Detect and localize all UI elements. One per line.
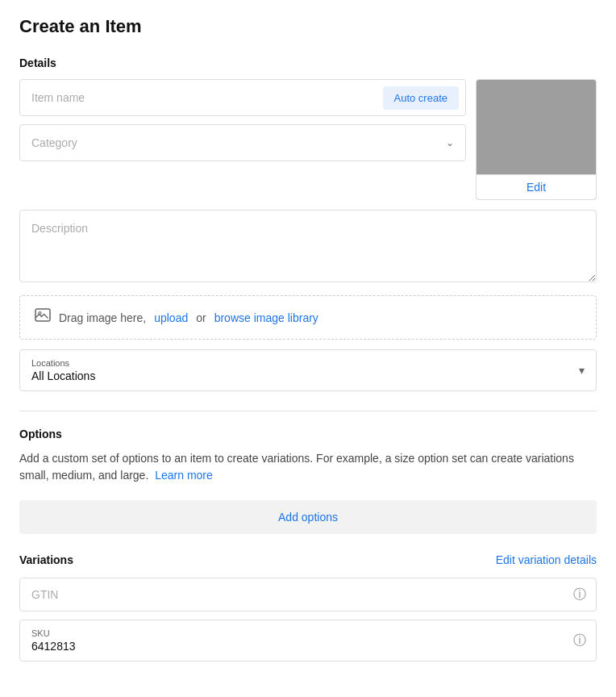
chevron-down-icon: ⌄ [446,137,454,148]
variations-header: Variations Edit variation details [19,553,597,566]
locations-content: Locations All Locations [31,358,95,382]
locations-dropdown[interactable]: Locations All Locations ▾ [19,349,597,391]
upload-link[interactable]: upload [154,311,188,324]
sku-value: 6412813 [31,640,562,653]
learn-more-link[interactable]: Learn more [155,469,213,482]
drag-image-text: Drag image here, [59,311,146,324]
options-section: Options Add a custom set of options to a… [19,428,597,484]
gtin-input[interactable] [20,578,573,611]
details-left: Auto create Category ⌄ [19,79,466,200]
page-title: Create an Item [19,16,597,37]
drag-image-or: or [196,311,206,324]
edit-variation-link[interactable]: Edit variation details [496,553,597,566]
gtin-field-wrapper: ⓘ [19,578,597,611]
locations-value: All Locations [31,369,95,382]
category-wrapper[interactable]: Category ⌄ [19,124,466,161]
item-name-input[interactable] [20,80,383,115]
options-section-label: Options [19,428,597,440]
browse-image-library-link[interactable]: browse image library [214,311,318,324]
sku-field: SKU 6412813 [20,620,573,661]
locations-chevron-icon: ▾ [579,364,585,377]
item-image-box: Edit [476,79,597,200]
variations-section: Variations Edit variation details ⓘ SKU … [19,553,597,662]
category-select[interactable]: Category [20,125,446,161]
sku-label: SKU [31,628,562,638]
locations-label: Locations [31,358,95,368]
sku-field-wrapper: SKU 6412813 ⓘ [19,620,597,662]
add-options-button[interactable]: Add options [19,500,597,534]
description-textarea[interactable] [19,210,597,282]
image-edit-link[interactable]: Edit [527,181,546,194]
item-name-wrapper: Auto create [19,79,466,116]
gtin-info-icon[interactable]: ⓘ [573,586,586,603]
variations-title: Variations [19,553,73,566]
image-edit-bar: Edit [477,174,596,199]
auto-create-button[interactable]: Auto create [383,86,460,110]
details-grid: Auto create Category ⌄ Edit [19,79,597,200]
options-description: Add a custom set of options to an item t… [19,450,597,484]
sku-info-icon[interactable]: ⓘ [573,632,586,649]
details-section: Details Auto create Category ⌄ Edit [19,56,597,411]
drag-image-zone[interactable]: Drag image here, upload or browse image … [19,295,597,340]
divider [19,411,597,411]
image-icon [35,307,51,328]
details-section-label: Details [19,56,597,69]
